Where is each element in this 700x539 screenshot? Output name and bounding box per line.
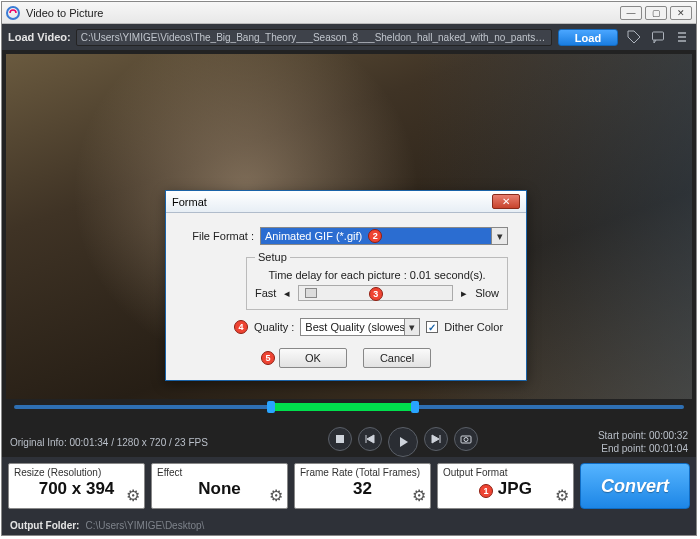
app-icon: [6, 6, 20, 20]
start-point-value: 00:00:32: [649, 430, 688, 441]
end-point-value: 00:01:04: [649, 443, 688, 454]
effect-value: None: [157, 478, 282, 500]
dialog-close-button[interactable]: ✕: [492, 194, 520, 209]
chevron-down-icon[interactable]: ▾: [491, 228, 507, 244]
gear-icon[interactable]: ⚙: [412, 486, 426, 505]
playback-controls: [208, 427, 598, 457]
gear-icon[interactable]: ⚙: [126, 486, 140, 505]
settings-boxes: Resize (Resolution) 700 x 394 ⚙ Effect N…: [2, 457, 696, 515]
original-info: Original Info: 00:01:34 / 1280 x 720 / 2…: [10, 437, 208, 448]
badge-4: 4: [234, 320, 248, 334]
timeline-selection: [267, 403, 418, 411]
svg-rect-2: [336, 435, 344, 443]
badge-5: 5: [261, 351, 275, 365]
output-format-header: Output Format: [443, 467, 568, 478]
resize-box[interactable]: Resize (Resolution) 700 x 394 ⚙: [8, 463, 145, 509]
svg-point-0: [7, 7, 19, 19]
effect-header: Effect: [157, 467, 282, 478]
load-bar: Load Video: C:\Users\YIMIGE\Videos\The_B…: [2, 24, 696, 50]
output-folder-bar: Output Folder: C:\Users\YIMIGE\Desktop\: [2, 515, 696, 535]
dither-color-checkbox[interactable]: ✓: [426, 321, 438, 333]
file-format-select[interactable]: Animated GIF (*.gif) 2 ▾: [260, 227, 508, 245]
load-button[interactable]: Load: [558, 29, 618, 46]
ok-button[interactable]: OK: [279, 348, 347, 368]
window-title: Video to Picture: [26, 7, 103, 19]
output-folder-path[interactable]: C:\Users\YIMIGE\Desktop\: [85, 520, 204, 531]
speed-slider-thumb[interactable]: [305, 288, 317, 298]
app-window: Video to Picture — ▢ ✕ Load Video: C:\Us…: [1, 1, 697, 536]
info-row: Original Info: 00:01:34 / 1280 x 720 / 2…: [2, 427, 696, 457]
start-point-label: Start point:: [598, 430, 646, 441]
framerate-value: 32: [300, 478, 425, 500]
tag-icon[interactable]: [626, 29, 642, 45]
dither-color-label: Dither Color: [444, 321, 503, 333]
range-points: Start point: 00:00:32 End point: 00:01:0…: [598, 429, 688, 455]
next-frame-button[interactable]: [424, 427, 448, 451]
fast-label: Fast: [255, 287, 276, 299]
format-dialog: Format ✕ File Format : Animated GIF (*.g…: [165, 190, 527, 381]
resize-header: Resize (Resolution): [14, 467, 139, 478]
effect-box[interactable]: Effect None ⚙: [151, 463, 288, 509]
dialog-titlebar: Format ✕: [166, 191, 526, 213]
svg-rect-1: [653, 32, 664, 40]
output-format-text: JPG: [498, 479, 532, 498]
gear-icon[interactable]: ⚙: [269, 486, 283, 505]
close-button[interactable]: ✕: [670, 6, 692, 20]
dialog-body: File Format : Animated GIF (*.gif) 2 ▾ S…: [166, 213, 526, 380]
convert-button[interactable]: Convert: [580, 463, 690, 509]
badge-1: 1: [479, 484, 493, 498]
maximize-button[interactable]: ▢: [645, 6, 667, 20]
quality-value: Best Quality (slowest: [305, 321, 408, 333]
framerate-box[interactable]: Frame Rate (Total Frames) 32 ⚙: [294, 463, 431, 509]
timeline-end-handle[interactable]: [411, 401, 419, 413]
resize-value: 700 x 394: [14, 478, 139, 500]
slow-label: Slow: [475, 287, 499, 299]
timeline[interactable]: [6, 399, 692, 427]
setup-legend: Setup: [255, 251, 290, 263]
speed-slider[interactable]: 3: [298, 285, 453, 301]
quality-label: Quality :: [254, 321, 294, 333]
titlebar: Video to Picture — ▢ ✕: [2, 2, 696, 24]
prev-frame-button[interactable]: [358, 427, 382, 451]
output-format-value: 1 JPG: [443, 478, 568, 500]
play-button[interactable]: [388, 427, 418, 457]
snapshot-button[interactable]: [454, 427, 478, 451]
badge-3: 3: [369, 287, 383, 301]
minimize-button[interactable]: —: [620, 6, 642, 20]
video-path-field[interactable]: C:\Users\YIMIGE\Videos\The_Big_Bang_Theo…: [76, 29, 552, 46]
file-format-label: File Format :: [184, 230, 254, 242]
chevron-down-icon[interactable]: ▾: [404, 319, 419, 335]
output-format-box[interactable]: Output Format 1 JPG ⚙: [437, 463, 574, 509]
list-icon[interactable]: [674, 29, 690, 45]
timeline-start-handle[interactable]: [267, 401, 275, 413]
gear-icon[interactable]: ⚙: [555, 486, 569, 505]
svg-point-4: [464, 438, 468, 442]
dialog-title: Format: [172, 196, 207, 208]
end-point-label: End point:: [601, 443, 646, 454]
output-folder-label: Output Folder:: [10, 520, 79, 531]
load-video-label: Load Video:: [8, 31, 71, 43]
framerate-header: Frame Rate (Total Frames): [300, 467, 425, 478]
file-format-value: Animated GIF (*.gif): [265, 230, 362, 242]
setup-fieldset: Setup Time delay for each picture : 0.01…: [246, 251, 508, 310]
comment-icon[interactable]: [650, 29, 666, 45]
stop-button[interactable]: [328, 427, 352, 451]
badge-2: 2: [368, 229, 382, 243]
time-delay-text: Time delay for each picture : 0.01 secon…: [255, 269, 499, 281]
quality-select[interactable]: Best Quality (slowest ▾: [300, 318, 420, 336]
cancel-button[interactable]: Cancel: [363, 348, 431, 368]
